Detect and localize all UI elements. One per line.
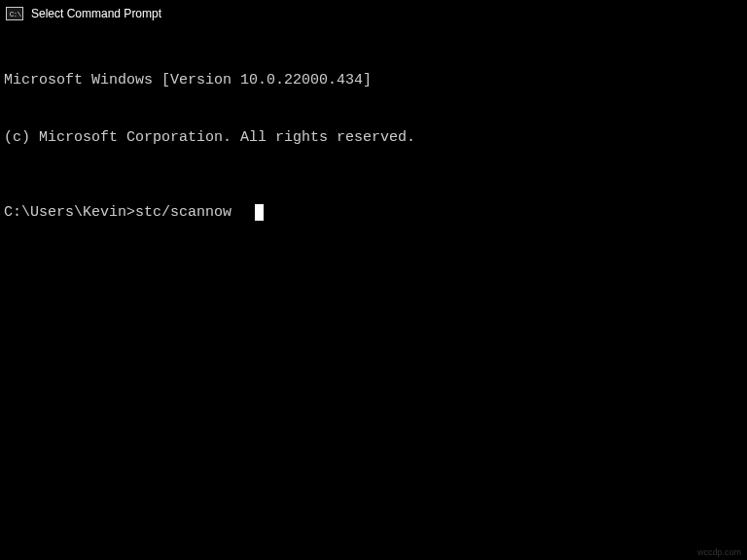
- output-line: Microsoft Windows [Version 10.0.22000.43…: [4, 71, 743, 90]
- prompt-line: C:\Users\Kevin>stc/scannow: [4, 203, 743, 223]
- title-bar[interactable]: C:\ Select Command Prompt: [0, 0, 747, 27]
- watermark: wccdp.com: [697, 547, 741, 557]
- command-input[interactable]: stc/scannow: [135, 203, 231, 223]
- prompt-path: C:\Users\Kevin>: [4, 203, 135, 223]
- output-line: (c) Microsoft Corporation. All rights re…: [4, 128, 743, 148]
- window-title: Select Command Prompt: [31, 7, 161, 20]
- cmd-icon: C:\: [6, 7, 23, 20]
- cursor: [255, 204, 264, 221]
- terminal-area[interactable]: Microsoft Windows [Version 10.0.22000.43…: [0, 27, 747, 247]
